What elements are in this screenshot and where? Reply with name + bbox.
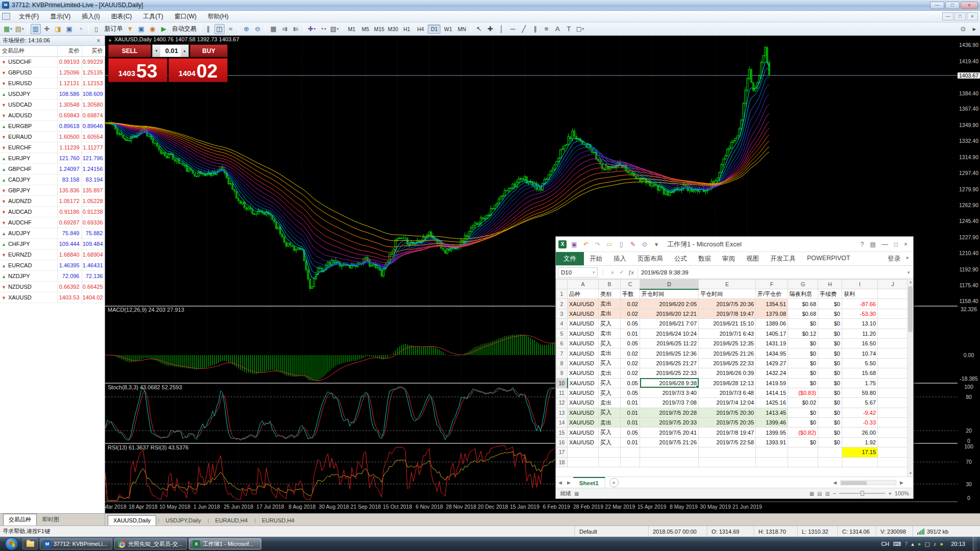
header-cell[interactable]: 手续费 [818,289,842,299]
zoom-slider[interactable] [839,493,885,494]
timeframe-h1[interactable]: H1 [400,24,413,34]
excel-col-H[interactable]: H [818,280,842,289]
cell-B3[interactable]: 卖出 [599,309,621,318]
profiles-icon[interactable]: ▤▾ [14,24,25,34]
cell-A3[interactable]: XAU/USD [568,309,599,318]
cell-C3[interactable]: 0.02 [621,309,640,318]
channel-icon[interactable]: ∥ [530,24,540,34]
zoom-out-icon[interactable]: ⊖ [253,24,263,34]
text-icon[interactable]: A [552,24,562,34]
price-axis[interactable]: 1436.901419.401384.401367.401349.901332.… [958,36,980,513]
scroll-down-icon[interactable]: ▼ [908,470,913,477]
chart-tab-3[interactable]: EURUSD,H4 [257,516,300,525]
excel-col-A[interactable]: A [568,280,599,289]
taskbar-button-mt4[interactable]: M37712: KVBPrimeLi... [40,538,112,549]
cell-C7[interactable]: 0.02 [621,348,640,358]
minimize-button[interactable]: — [930,2,944,9]
symbol-row-audusd[interactable]: ▼AUDUSD0.698430.69874 [0,110,105,120]
cell-H11[interactable]: $0 [818,388,842,397]
cell-I6[interactable]: 16.50 [842,338,878,348]
excel-col-J[interactable]: J [878,280,908,289]
cell-B12[interactable]: 卖出 [599,398,621,408]
cell-B4[interactable]: 买入 [599,319,621,329]
cell-H13[interactable]: $0 [818,408,842,417]
search-icon[interactable]: ⊙ [958,24,968,34]
cell-D4[interactable]: 2019/6/21 7:07 [640,319,699,329]
templates-icon[interactable]: ▧▾ [329,24,340,34]
cell-I14[interactable]: -0.33 [842,418,878,428]
collapse-trade-panel-icon[interactable]: ▲ [108,37,112,42]
status-icon[interactable]: ● [940,541,943,547]
timeframe-m15[interactable]: M15 [373,24,385,34]
cell-A14[interactable]: XAU/USD [568,418,599,428]
hidden-icons[interactable]: ▴ [911,541,914,547]
cell-A15[interactable]: XAU/USD [568,428,599,437]
zoom-out-icon[interactable]: − [833,490,836,496]
cell-C18[interactable] [621,457,640,467]
sheet-tab-sheet1[interactable]: Sheet1 [573,477,605,488]
metaeditor-icon[interactable]: ▼ [125,24,135,34]
timeframe-h4[interactable]: H4 [414,24,427,34]
cell-D16[interactable]: 2019/7/5 21:26 [640,437,699,447]
excel-ribbon-options-button[interactable]: ▤ [870,241,875,248]
autotrading-label[interactable]: 自动交易 [172,24,197,33]
autotrading-icon[interactable]: ▶ [159,24,169,34]
cell-H7[interactable]: $0 [818,348,842,358]
excel-logo[interactable]: X [558,240,567,248]
excel-row-1[interactable]: 1 [556,289,568,299]
cell-I16[interactable]: 1.92 [842,437,878,447]
periods-icon[interactable]: ◔▾ [318,24,328,34]
cell-D7[interactable]: 2019/6/25 12:36 [640,348,699,358]
symbol-row-gbpjpy[interactable]: ▼GBPJPY135.836135.897 [0,185,105,195]
timeframe-d1[interactable]: D1 [428,24,440,34]
ribbon-tab[interactable]: 公式 [669,252,693,265]
cell-I12[interactable]: 5.67 [842,398,878,408]
save-icon[interactable]: ▣ [570,240,578,248]
excel-row-13[interactable]: 13 [556,408,568,417]
cell-I5[interactable]: 11.20 [842,329,878,338]
horizontal-line-icon[interactable]: ─ [507,24,518,34]
cell-G5[interactable]: $0.12 [788,329,818,338]
header-cell[interactable]: 隔夜利息 [788,289,818,299]
ribbon-tab[interactable]: 审阅 [717,252,741,265]
cell-H3[interactable]: $0 [818,309,842,318]
cell-F5[interactable]: 1405.17 [756,329,788,338]
cell-B7[interactable]: 卖出 [599,348,621,358]
symbol-row-audjpy[interactable]: ▲AUDJPY75.84975.882 [0,228,105,238]
cell-E16[interactable]: 2019/7/5 22:58 [699,437,756,447]
excel-row-17[interactable]: 17 [556,447,568,457]
column-symbol[interactable]: 交易品种 [0,46,57,56]
mdi-restore-button[interactable]: □ [954,12,966,20]
cell-G2[interactable]: $0.68 [788,299,818,309]
cell-I10[interactable]: 1.75 [842,378,878,388]
sell-price[interactable]: 140353 [108,58,167,82]
excel-row-10[interactable]: 10 [556,378,568,388]
cell-G13[interactable]: $0 [788,408,818,417]
cell-E8[interactable]: 2019/6/25 22:33 [699,358,756,368]
cell-E7[interactable]: 2019/6/25 21:26 [699,348,756,358]
candle-mode-icon[interactable]: ◫ [214,24,225,34]
header-cell[interactable]: 获利 [842,289,878,299]
cell-B10[interactable]: 买入 [599,378,621,388]
volume-input[interactable]: 0.01 [160,45,181,57]
cell-A5[interactable]: XAU/USD [568,329,599,338]
cell-D15[interactable]: 2019/7/5 20:41 [640,428,699,437]
scroll-up-icon[interactable]: ▲ [908,279,913,285]
excel-col-D[interactable]: D [640,280,699,289]
symbol-row-audcad[interactable]: ▼AUDCAD0.911860.91238 [0,206,105,217]
cell-D17[interactable] [640,447,699,457]
format-painter-icon[interactable]: ✎ [629,240,637,248]
cell-H18[interactable] [818,457,842,467]
cell-F18[interactable] [756,457,788,467]
cell-H10[interactable]: $0 [818,378,842,388]
cell-F4[interactable]: 1389.06 [756,319,788,329]
excel-grid[interactable]: ABCDEFGHIJ1品种类别手数开仓时间平仓时间开/平仓价隔夜利息手续费获利2… [556,279,907,477]
zoom-in-icon[interactable]: ⊕ [241,24,252,34]
cell-G14[interactable]: $0 [788,418,818,428]
page-layout-view-icon[interactable]: ▤ [817,491,822,496]
cell-E9[interactable]: 2019/6/26 0:39 [699,368,756,378]
cell-A4[interactable]: XAU/USD [568,319,599,329]
cell-E4[interactable]: 2019/6/21 15:10 [699,319,756,329]
cell-C4[interactable]: 0.05 [621,319,640,329]
cell-F16[interactable]: 1393.91 [756,437,788,447]
